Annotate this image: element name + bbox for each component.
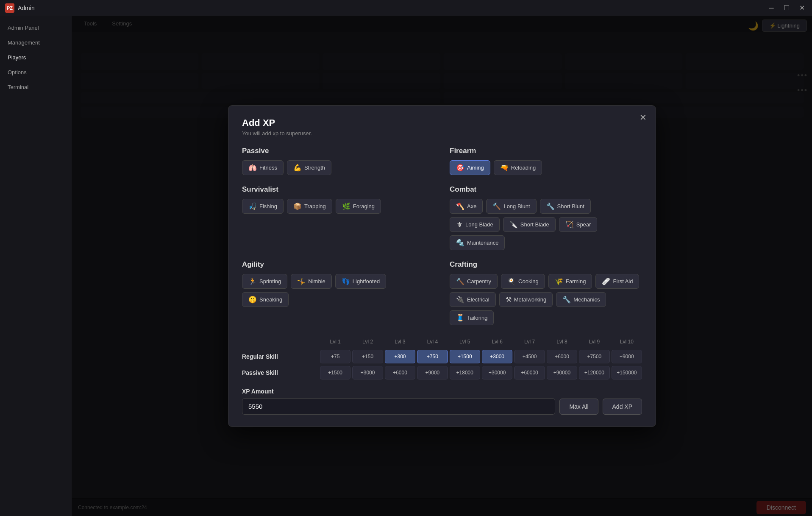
main-layout: Admin Panel Management Players Options T…: [0, 16, 812, 516]
sidebar-item-admin-panel[interactable]: Admin Panel: [0, 20, 72, 35]
mechanics-label: Mechanics: [573, 296, 600, 303]
first-aid-icon: 🩹: [602, 277, 610, 285]
cooking-icon: 🍳: [507, 277, 516, 285]
sidebar-item-management[interactable]: Management: [0, 35, 72, 50]
regular-lvl9[interactable]: +7500: [579, 350, 609, 363]
regular-lvl5[interactable]: +1500: [450, 350, 480, 363]
long-blunt-icon: 🔨: [492, 202, 501, 210]
skill-btn-maintenance[interactable]: 🔩 Maintenance: [450, 235, 505, 250]
modal-overlay: ✕ Add XP You will add xp to superuser. P…: [72, 16, 812, 516]
xp-header-lvl3: Lvl 3: [385, 337, 415, 346]
max-all-button[interactable]: Max All: [559, 399, 598, 415]
passive-lvl4[interactable]: +9000: [417, 366, 448, 379]
fitness-label: Fitness: [259, 165, 277, 171]
xp-amount-input[interactable]: [242, 398, 555, 415]
xp-header-lvl1: Lvl 1: [320, 337, 350, 346]
short-blunt-icon: 🔧: [546, 202, 555, 210]
passive-lvl7[interactable]: +60000: [514, 366, 545, 379]
skill-btn-spear[interactable]: 🏹 Spear: [559, 217, 598, 232]
passive-lvl6[interactable]: +30000: [482, 366, 512, 379]
modal-bottom: Lvl 1 Lvl 2 Lvl 3 Lvl 4 Lvl 5 Lvl 6 Lvl …: [242, 337, 642, 415]
xp-header-lvl4: Lvl 4: [417, 337, 448, 346]
xp-amount-label: XP Amount: [242, 388, 642, 395]
skill-btn-electrical[interactable]: 🔌 Electrical: [450, 292, 496, 307]
farming-label: Farming: [566, 278, 586, 284]
skill-btn-strength[interactable]: 💪 Strength: [287, 160, 331, 175]
passive-lvl3[interactable]: +6000: [385, 366, 415, 379]
regular-lvl4[interactable]: +750: [417, 350, 448, 363]
xp-header-lvl2: Lvl 2: [352, 337, 383, 346]
skill-btn-tailoring[interactable]: 🧵 Tailoring: [450, 310, 494, 325]
passive-lvl8[interactable]: +90000: [547, 366, 577, 379]
skill-btn-fitness[interactable]: 🫁 Fitness: [242, 160, 284, 175]
skill-btn-aiming[interactable]: 🎯 Aiming: [450, 160, 490, 175]
carpentry-icon: 🔨: [456, 277, 464, 285]
sidebar-item-players[interactable]: Players: [0, 50, 72, 65]
passive-skills: 🫁 Fitness 💪 Strength: [242, 160, 434, 175]
reloading-label: Reloading: [511, 165, 536, 171]
skill-btn-cooking[interactable]: 🍳 Cooking: [501, 274, 545, 289]
passive-lvl1[interactable]: +1500: [320, 366, 350, 379]
skill-btn-mechanics[interactable]: 🔧 Mechanics: [556, 292, 606, 307]
sidebar-item-options[interactable]: Options: [0, 65, 72, 80]
combat-section: Combat 🪓 Axe 🔨 Long Blunt: [450, 185, 642, 250]
skill-btn-sprinting[interactable]: 🏃 Sprinting: [242, 274, 287, 289]
skill-btn-trapping[interactable]: 📦 Trapping: [287, 199, 332, 214]
close-button[interactable]: ✕: [797, 3, 807, 13]
foraging-icon: 🌿: [342, 202, 350, 210]
regular-lvl6[interactable]: +3000: [482, 350, 512, 363]
skill-btn-carpentry[interactable]: 🔨 Carpentry: [450, 274, 498, 289]
sneaking-label: Sneaking: [259, 296, 282, 303]
regular-lvl3[interactable]: +300: [385, 350, 415, 363]
passive-skill-row: Passive Skill +1500 +3000 +6000 +9000 +1…: [242, 366, 642, 379]
skill-btn-long-blade[interactable]: 🗡 Long Blade: [450, 217, 500, 232]
skill-btn-axe[interactable]: 🪓 Axe: [450, 199, 483, 214]
add-xp-button[interactable]: Add XP: [603, 399, 642, 415]
skill-btn-short-blade[interactable]: 🔪 Short Blade: [503, 217, 556, 232]
content-area: Tools Settings 🌙 ⚡ Lightning: [72, 16, 812, 516]
skill-btn-reloading[interactable]: 🔫 Reloading: [494, 160, 542, 175]
skill-btn-lightfooted[interactable]: 👣 Lightfooted: [335, 274, 386, 289]
skill-btn-long-blunt[interactable]: 🔨 Long Blunt: [486, 199, 536, 214]
skill-btn-sneaking[interactable]: 🤫 Sneaking: [242, 292, 289, 307]
modal-body: Passive 🫁 Fitness 💪 Strength: [242, 147, 642, 325]
cooking-label: Cooking: [518, 278, 539, 284]
window-controls: ─ ☐ ✕: [766, 3, 807, 13]
xp-header-lvl6: Lvl 6: [482, 337, 512, 346]
regular-lvl2[interactable]: +150: [352, 350, 383, 363]
firearm-section-title: Firearm: [450, 147, 642, 155]
skill-btn-foraging[interactable]: 🌿 Foraging: [336, 199, 381, 214]
minimize-button[interactable]: ─: [766, 3, 776, 13]
spear-icon: 🏹: [565, 220, 574, 229]
crafting-section-title: Crafting: [450, 260, 642, 269]
sidebar-item-terminal[interactable]: Terminal: [0, 80, 72, 95]
skill-btn-short-blunt[interactable]: 🔧 Short Blunt: [540, 199, 591, 214]
maximize-button[interactable]: ☐: [781, 3, 792, 13]
passive-skill-label: Passive Skill: [242, 366, 318, 379]
axe-icon: 🪓: [456, 202, 464, 210]
regular-lvl8[interactable]: +6000: [547, 350, 577, 363]
passive-lvl10[interactable]: +150000: [612, 366, 642, 379]
skill-btn-fishing[interactable]: 🎣 Fishing: [242, 199, 284, 214]
skill-btn-first-aid[interactable]: 🩹 First Aid: [595, 274, 639, 289]
crafting-section: Crafting 🔨 Carpentry 🍳 Cooking: [450, 260, 642, 325]
xp-amount-row: Max All Add XP: [242, 398, 642, 415]
survivalist-skills: 🎣 Fishing 📦 Trapping 🌿 Foraging: [242, 199, 434, 214]
passive-lvl5[interactable]: +18000: [450, 366, 480, 379]
skill-btn-farming[interactable]: 🌾 Farming: [548, 274, 592, 289]
regular-lvl10[interactable]: +9000: [612, 350, 642, 363]
lightfooted-label: Lightfooted: [353, 278, 380, 284]
regular-lvl7[interactable]: +4500: [514, 350, 545, 363]
skill-btn-metalworking[interactable]: ⚒ Metalworking: [499, 292, 553, 307]
passive-lvl9[interactable]: +120000: [579, 366, 609, 379]
nimble-label: Nimble: [308, 278, 325, 284]
combat-skills: 🪓 Axe 🔨 Long Blunt 🔧 Short Blunt: [450, 199, 642, 250]
skill-btn-nimble[interactable]: 🤸 Nimble: [291, 274, 331, 289]
regular-skill-label: Regular Skill: [242, 350, 318, 363]
farming-icon: 🌾: [555, 277, 563, 285]
modal-close-button[interactable]: ✕: [637, 112, 649, 123]
short-blade-label: Short Blade: [520, 221, 549, 228]
regular-lvl1[interactable]: +75: [320, 350, 350, 363]
strength-icon: 💪: [293, 164, 302, 172]
passive-lvl2[interactable]: +3000: [352, 366, 383, 379]
